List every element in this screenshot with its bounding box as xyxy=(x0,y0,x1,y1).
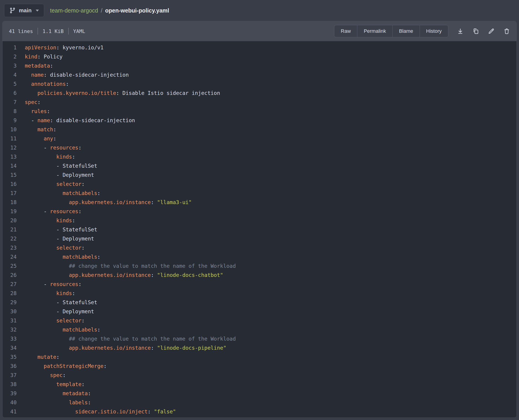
breadcrumb-separator: / xyxy=(101,7,102,14)
line-number[interactable]: 39 xyxy=(2,389,25,398)
line-number[interactable]: 17 xyxy=(2,189,25,198)
code-token-punct: : xyxy=(151,272,157,278)
code-line: 4 name: disable-sidecar-injection xyxy=(2,70,517,79)
code-token-key: mutate xyxy=(37,354,56,360)
line-number[interactable]: 26 xyxy=(2,270,25,280)
line-number[interactable]: 16 xyxy=(2,180,25,189)
line-number[interactable]: 11 xyxy=(2,134,25,143)
download-button[interactable] xyxy=(457,28,464,35)
line-number[interactable]: 31 xyxy=(2,316,25,325)
code-token-plain: Deployment xyxy=(63,308,94,315)
line-number[interactable]: 33 xyxy=(2,334,25,343)
line-number[interactable]: 3 xyxy=(2,61,25,70)
code-line: 36 patchStrategicMerge: xyxy=(2,361,517,371)
line-number[interactable]: 8 xyxy=(2,107,25,116)
code-token-key: name xyxy=(31,72,44,78)
line-number[interactable]: 41 xyxy=(2,407,25,416)
copy-button[interactable] xyxy=(472,28,479,35)
code-line: 22 - Deployment xyxy=(2,234,517,243)
line-number[interactable]: 36 xyxy=(2,361,25,371)
line-number[interactable]: 12 xyxy=(2,143,25,152)
code-token-punct: : xyxy=(78,208,82,214)
line-number[interactable]: 7 xyxy=(2,98,25,107)
line-number[interactable]: 34 xyxy=(2,343,25,352)
code-token-punct: - xyxy=(25,281,50,287)
file-header: 41 lines 1.1 KiB YAML Raw Permalink Blam… xyxy=(2,21,517,41)
history-button[interactable]: History xyxy=(420,25,448,37)
code-line-content: kinds: xyxy=(25,216,75,225)
line-number[interactable]: 32 xyxy=(2,325,25,334)
line-number[interactable]: 1 xyxy=(2,43,25,52)
code-line-content: app.kubernetes.io/instance: "llama3-ui" xyxy=(25,198,192,207)
code-line-content: name: disable-sidecar-injection xyxy=(25,70,129,79)
code-line: 2kind: Policy xyxy=(2,52,517,61)
line-number[interactable]: 6 xyxy=(2,89,25,98)
line-number[interactable]: 9 xyxy=(2,116,25,125)
raw-button[interactable]: Raw xyxy=(334,25,357,37)
line-number[interactable]: 13 xyxy=(2,152,25,161)
code-token-punct: : xyxy=(37,99,40,105)
code-line: 5 annotations: xyxy=(2,79,517,89)
line-number[interactable]: 18 xyxy=(2,198,25,207)
line-number[interactable]: 37 xyxy=(2,371,25,380)
line-number[interactable]: 40 xyxy=(2,398,25,407)
permalink-button[interactable]: Permalink xyxy=(357,25,392,37)
line-number[interactable]: 10 xyxy=(2,125,25,134)
code-line: 9 - name: disable-sidecar-injection xyxy=(2,116,517,125)
code-line-content: - Deployment xyxy=(25,170,94,180)
line-number[interactable]: 5 xyxy=(2,79,25,89)
code-line: 25 ## change the value to match the name… xyxy=(2,262,517,270)
code-line: 3metadata: xyxy=(2,61,517,70)
code-line-content: patchStrategicMerge: xyxy=(25,361,107,371)
code-token-punct xyxy=(25,290,56,296)
line-number[interactable]: 29 xyxy=(2,298,25,307)
line-number[interactable]: 24 xyxy=(2,252,25,262)
code-line-content: kinds: xyxy=(25,289,75,298)
code-token-plain: Deployment xyxy=(63,172,94,178)
code-line-content: app.kubernetes.io/instance: "linode-docs… xyxy=(25,343,226,352)
line-number[interactable]: 19 xyxy=(2,207,25,216)
code-token-punct: - xyxy=(25,117,37,123)
code-line-content: any: xyxy=(25,134,56,143)
line-number[interactable]: 21 xyxy=(2,225,25,234)
code-token-punct xyxy=(25,81,31,87)
line-number[interactable]: 20 xyxy=(2,216,25,225)
code-line-content: sidecar.istio.io/inject: "false" xyxy=(25,407,176,416)
blame-button[interactable]: Blame xyxy=(392,25,419,37)
code-token-key: kinds xyxy=(56,154,72,160)
line-number[interactable]: 14 xyxy=(2,161,25,170)
code-line-content: selector: xyxy=(25,243,85,252)
code-token-key: kinds xyxy=(56,218,72,223)
line-number[interactable]: 25 xyxy=(2,262,25,270)
line-number[interactable]: 38 xyxy=(2,380,25,389)
line-number[interactable]: 28 xyxy=(2,289,25,298)
top-bar: main team-demo-argocd / open-webui-polic… xyxy=(0,0,519,21)
edit-button[interactable] xyxy=(488,28,495,35)
line-number[interactable]: 22 xyxy=(2,234,25,243)
code-token-punct: : xyxy=(56,354,59,360)
breadcrumb-repo-link[interactable]: team-demo-argocd xyxy=(50,7,98,14)
code-token-punct xyxy=(25,154,56,160)
code-token-key: app.kubernetes.io/instance xyxy=(69,199,151,205)
line-number[interactable]: 30 xyxy=(2,307,25,316)
code-line: 35 mutate: xyxy=(2,352,517,361)
line-number[interactable]: 15 xyxy=(2,170,25,180)
line-number[interactable]: 35 xyxy=(2,352,25,361)
code-token-key: spec xyxy=(50,372,63,378)
delete-button[interactable] xyxy=(503,28,510,35)
line-number[interactable]: 2 xyxy=(2,52,25,61)
line-number[interactable]: 27 xyxy=(2,280,25,289)
code-token-punct: - xyxy=(25,145,50,151)
code-token-punct: : xyxy=(97,327,101,333)
code-token-key: app.kubernetes.io/instance xyxy=(69,345,151,351)
line-number[interactable]: 23 xyxy=(2,243,25,252)
code-line-content: - name: disable-sidecar-injection xyxy=(25,116,135,125)
code-token-key: policies.kyverno.io/title xyxy=(37,90,116,96)
code-line: 16 selector: xyxy=(2,180,517,189)
code-token-punct xyxy=(25,245,56,251)
code-token-key: labels xyxy=(69,399,88,405)
code-token-punct: - xyxy=(25,308,63,315)
branch-selector-button[interactable]: main xyxy=(4,4,44,17)
code-token-punct xyxy=(25,345,69,351)
line-number[interactable]: 4 xyxy=(2,70,25,79)
